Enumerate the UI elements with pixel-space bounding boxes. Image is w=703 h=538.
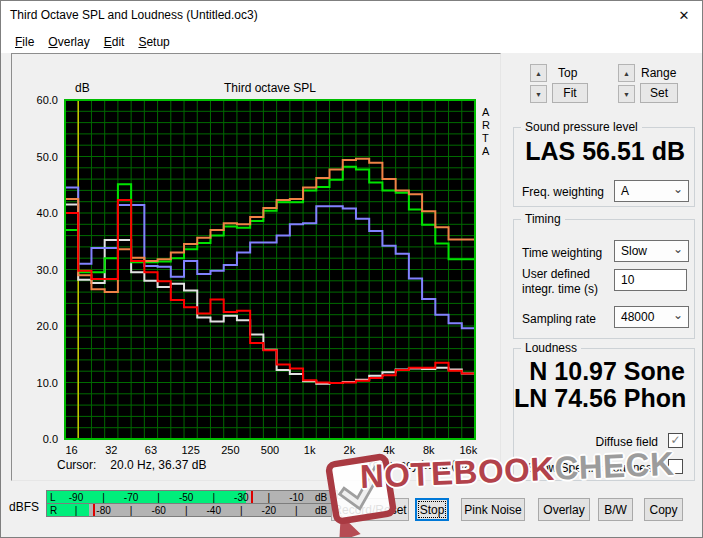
chevron-down-icon: ⌄ — [673, 182, 683, 196]
timing-groupbox: Timing Time weighting Slow ⌄ User define… — [513, 219, 695, 339]
integr-time-label-line1: User defined — [522, 267, 590, 281]
top-spinner-down[interactable]: ▼ — [530, 85, 547, 103]
fit-button[interactable]: Fit — [552, 83, 588, 103]
meter-tick: | — [102, 492, 105, 503]
cursor-value: 20.0 Hz, 36.37 dB — [110, 458, 206, 472]
close-icon: ✕ — [679, 8, 690, 23]
show-specific-loudness-label: Show Specific Loudness — [527, 461, 658, 475]
svg-text:250: 250 — [221, 444, 239, 456]
loudness-n-value: N 10.97 Sone — [514, 357, 685, 386]
menu-file[interactable]: File — [8, 32, 41, 52]
meter-channel-label: R — [50, 505, 57, 516]
meter-peak-indicator — [251, 491, 253, 503]
dbfs-label: dBFS — [9, 500, 39, 514]
svg-text:10.0: 10.0 — [37, 377, 58, 389]
meter-scale-label: -90 — [69, 492, 83, 503]
svg-text:dB: dB — [75, 81, 90, 95]
meter-scale-label: -50 — [179, 492, 193, 503]
spl-value: LAS 56.51 dB — [514, 137, 685, 166]
svg-text:500: 500 — [261, 444, 279, 456]
meter-tick: | — [157, 492, 160, 503]
stop-button[interactable]: Stop — [415, 498, 449, 521]
close-button[interactable]: ✕ — [666, 1, 702, 30]
menu-overlay[interactable]: Overlay — [41, 32, 96, 52]
time-weighting-select[interactable]: Slow ⌄ — [614, 240, 689, 262]
b-w-button[interactable]: B/W — [598, 498, 633, 521]
meter-tick: | — [130, 505, 133, 516]
svg-text:125: 125 — [181, 444, 199, 456]
svg-text:0.0: 0.0 — [43, 433, 58, 445]
sampling-rate-label: Sampling rate — [522, 312, 596, 326]
copy-button[interactable]: Copy — [644, 498, 683, 521]
menu-edit[interactable]: Edit — [97, 32, 132, 52]
integr-time-input[interactable] — [614, 269, 687, 291]
chevron-down-icon: ⌄ — [673, 242, 683, 256]
meter-scale-label: -70 — [124, 492, 138, 503]
loudness-group-label: Loudness — [521, 341, 581, 355]
diffuse-field-checkbox[interactable]: ✓ — [668, 433, 683, 448]
top-label: Top — [558, 66, 577, 80]
spl-group-label: Sound pressure level — [521, 120, 642, 134]
meter-scale-label: -80 — [96, 505, 110, 516]
menu-setup[interactable]: Setup — [131, 32, 176, 52]
svg-text:4k: 4k — [383, 444, 395, 456]
level-meters: L-90|-70|-50|-30|-10dBR|-80|-60|-40|-20|… — [46, 490, 338, 517]
up-arrow-icon: ▲ — [535, 70, 542, 77]
pink-noise-button[interactable]: Pink Noise — [461, 498, 525, 521]
checkmark-icon: ✓ — [670, 433, 680, 447]
integr-time-label-line2: integr. time (s) — [522, 282, 598, 296]
meter-tick: | — [212, 492, 215, 503]
svg-text:60.0: 60.0 — [37, 94, 58, 106]
chevron-down-icon: ⌄ — [673, 308, 683, 322]
meter-scale-label: -40 — [207, 505, 221, 516]
freq-weighting-select[interactable]: A ⌄ — [614, 180, 689, 202]
menu-bar: FileOverlayEditSetup — [1, 30, 702, 53]
svg-text:2k: 2k — [344, 444, 356, 456]
level-meter-r: R|-80|-60|-40|-20|dB — [46, 503, 338, 517]
svg-text:A: A — [482, 145, 490, 157]
window-title: Third Octave SPL and Loudness (Untitled.… — [10, 8, 258, 22]
svg-text:30.0: 30.0 — [37, 264, 58, 276]
meter-peak-indicator — [93, 504, 95, 516]
meter-scale-label: dB — [315, 492, 327, 503]
title-bar: Third Octave SPL and Loudness (Untitled.… — [1, 1, 702, 30]
svg-text:T: T — [482, 132, 489, 144]
record-reset-button[interactable]: Record/Reset — [331, 498, 409, 521]
meter-tick: | — [185, 505, 188, 516]
svg-text:16k: 16k — [460, 444, 478, 456]
top-spinner-up[interactable]: ▲ — [530, 64, 547, 82]
app-window: Third Octave SPL and Loudness (Untitled.… — [0, 0, 703, 538]
meter-tick: | — [240, 505, 243, 516]
meter-tick: | — [75, 505, 78, 516]
down-arrow-icon: ▼ — [535, 91, 542, 98]
down-arrow-icon: ▼ — [623, 91, 630, 98]
level-meter-l: L-90|-70|-50|-30|-10dB — [46, 490, 338, 504]
show-specific-loudness-checkbox[interactable] — [668, 459, 683, 474]
diffuse-field-label: Diffuse field — [596, 435, 658, 449]
spl-chart[interactable]: 60.050.040.030.020.010.00.01632631252505… — [12, 54, 500, 480]
range-label: Range — [641, 66, 676, 80]
meter-scale-label: -10 — [289, 492, 303, 503]
meter-channel-label: L — [50, 492, 56, 503]
range-spinner-up[interactable]: ▲ — [618, 64, 635, 82]
meter-tick: | — [268, 492, 271, 503]
svg-text:8k: 8k — [423, 444, 435, 456]
cursor-readout: Cursor:20.0 Hz, 36.37 dB — [57, 458, 206, 472]
meter-scale-label: -60 — [151, 505, 165, 516]
svg-text:A: A — [482, 106, 490, 118]
meter-scale-label: dB — [315, 505, 327, 516]
range-spinner-down[interactable]: ▼ — [618, 85, 635, 103]
svg-text:1k: 1k — [304, 444, 316, 456]
svg-text:40.0: 40.0 — [37, 207, 58, 219]
time-weighting-label: Time weighting — [522, 246, 602, 260]
set-button[interactable]: Set — [640, 83, 678, 103]
overlay-button[interactable]: Overlay — [538, 498, 590, 521]
svg-text:63: 63 — [145, 444, 157, 456]
sampling-rate-select[interactable]: 48000 ⌄ — [614, 306, 689, 328]
timing-group-label: Timing — [521, 212, 565, 226]
meter-scale-label: -20 — [262, 505, 276, 516]
svg-text:16: 16 — [65, 444, 77, 456]
chart-panel: 60.050.040.030.020.010.00.01632631252505… — [11, 53, 501, 481]
svg-text:20.0: 20.0 — [37, 320, 58, 332]
time-weighting-value: Slow — [621, 244, 647, 258]
